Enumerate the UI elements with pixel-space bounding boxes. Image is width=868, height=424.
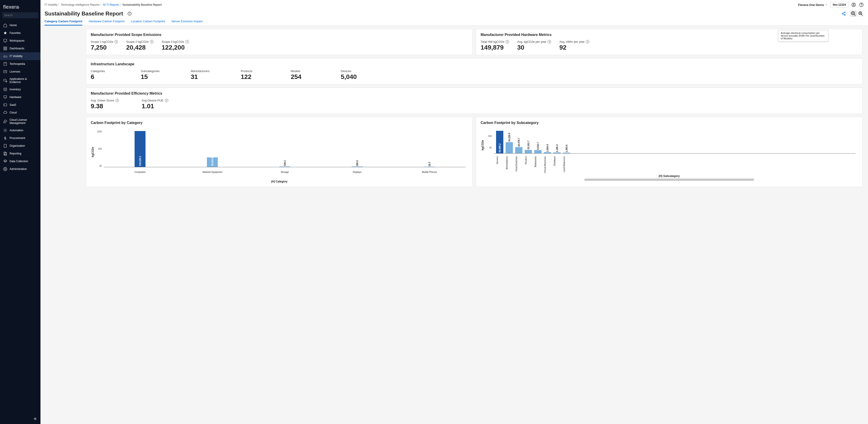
info-icon[interactable]: i xyxy=(116,99,119,102)
home-icon xyxy=(3,23,7,27)
metric-label: Avg. Green Score xyxy=(91,99,114,102)
chart-bar[interactable]: 1,363.6 xyxy=(563,153,570,153)
x-label: Notebooks xyxy=(534,156,541,167)
info-icon[interactable]: i xyxy=(586,40,589,43)
zoom-in-icon xyxy=(858,11,864,17)
chart-bar[interactable]: 34,226.0 xyxy=(506,142,513,153)
nav-data-collection[interactable]: Data Collection xyxy=(0,157,40,165)
user-menu[interactable] xyxy=(851,2,856,7)
nav-licenses[interactable]: Licenses xyxy=(0,68,40,75)
card-infrastructure: Infrastructure Landscape Categories6 Sub… xyxy=(86,58,863,84)
dashboard-icon xyxy=(3,47,7,51)
nav-technopedia[interactable]: Technopedia xyxy=(0,60,40,68)
header: IT Visibility/ Technology Intelligence R… xyxy=(40,0,868,26)
info-icon[interactable]: i xyxy=(150,40,153,43)
search-input[interactable] xyxy=(4,13,38,17)
bar-value-label: 2,604.0 xyxy=(546,144,549,152)
bar-value-label: 18,478.7 xyxy=(518,138,520,147)
svg-rect-18 xyxy=(4,88,7,91)
metric-value: 6 xyxy=(91,73,118,81)
nav-home[interactable]: Home xyxy=(0,21,40,29)
share-button[interactable] xyxy=(841,11,846,16)
svg-rect-31 xyxy=(4,152,6,155)
search-box[interactable] xyxy=(2,12,38,18)
info-icon[interactable]: i xyxy=(115,40,118,43)
crumb-current: Sustainability Baseline Report xyxy=(123,3,162,6)
y-tick: 50K xyxy=(485,135,492,138)
crumb-seg[interactable]: Technology Intelligence Reports xyxy=(61,3,99,6)
info-icon[interactable]: i xyxy=(506,40,509,43)
crumb-link[interactable]: All TI Reports xyxy=(103,3,119,6)
chart-bar[interactable]: 2,185.3 xyxy=(553,152,561,153)
chart-bar[interactable]: 10,161.7 xyxy=(525,150,532,153)
tabs: Category Carbon Footprint Hardware Carbo… xyxy=(40,18,868,26)
chart-bar[interactable]: 9,515.7 xyxy=(534,150,541,153)
nav-administration[interactable]: Administration xyxy=(0,165,40,173)
info-icon[interactable]: i xyxy=(186,40,189,43)
tooltip: Average electrical consumption per devic… xyxy=(778,30,828,41)
nav-organization[interactable]: Organization xyxy=(0,142,40,150)
bar-value-label: 2,185.3 xyxy=(556,145,558,152)
zoom-in-button[interactable] xyxy=(858,10,864,17)
x-label: Load Balancers xyxy=(563,156,570,172)
crumb-seg[interactable]: IT Visibility xyxy=(44,3,58,6)
chevron-left-icon xyxy=(34,417,38,421)
tab-location[interactable]: Location Carbon Footprint xyxy=(131,20,165,26)
collapse-sidebar[interactable] xyxy=(0,415,40,424)
chart-bar[interactable]: 18,478.7 xyxy=(515,147,522,153)
x-label: Computers xyxy=(104,171,176,174)
y-tick: 100K xyxy=(95,130,102,133)
zoom-out-icon xyxy=(850,11,857,17)
bar-value-label: 18.3 xyxy=(428,162,431,166)
nav-favorites[interactable]: Favorites xyxy=(0,29,40,37)
card-title: Manufacturer Provided Efficiency Metrics xyxy=(91,91,858,95)
nav-hardware[interactable]: Hardware xyxy=(0,93,40,101)
nav-automation[interactable]: Automation xyxy=(0,126,40,134)
metric-value: 122,200 xyxy=(162,44,189,51)
tab-category[interactable]: Category Carbon Footprint xyxy=(44,20,82,26)
chart-bar[interactable]: 30,934.8 xyxy=(207,157,218,167)
reporting-icon xyxy=(3,151,7,156)
nav-cloud-license[interactable]: Cloud License Management xyxy=(0,117,40,126)
tab-server[interactable]: Server Emission Impact xyxy=(172,20,203,26)
org-selector[interactable]: Flexera One Demo xyxy=(798,3,828,7)
chart-scrollbar[interactable] xyxy=(584,179,754,181)
info-icon[interactable]: i xyxy=(165,99,168,102)
nav-applications[interactable]: Applications & Evidence xyxy=(0,75,40,86)
x-label: Displays xyxy=(321,171,393,174)
org-icon xyxy=(3,144,7,148)
bar-value-label: 30,934.8 xyxy=(211,157,214,166)
card-scope-emissions: Manufacturer Provided Scope Emissions Sc… xyxy=(86,29,473,55)
chart-bar[interactable]: 69,689.2 xyxy=(496,131,503,153)
info-icon[interactable]: i xyxy=(548,40,551,43)
zoom-out-button[interactable] xyxy=(850,10,857,17)
nav-saas[interactable]: SaaS xyxy=(0,101,40,109)
nav-inventory[interactable]: Inventory xyxy=(0,86,40,93)
nav-cloud[interactable]: Cloud xyxy=(0,109,40,117)
nav-dashboards[interactable]: Dashboards xyxy=(0,44,40,52)
tab-hardware[interactable]: Hardware Carbon Footprint xyxy=(89,20,125,26)
metric-value: 1.01 xyxy=(142,102,169,110)
svg-rect-25 xyxy=(4,122,5,123)
help-button[interactable] xyxy=(859,2,864,7)
org-id-badge[interactable]: flex-12324 xyxy=(830,2,848,8)
metric-label: Categories xyxy=(91,69,118,73)
svg-rect-21 xyxy=(4,96,7,98)
cloud-license-icon xyxy=(3,119,7,123)
nav-reporting[interactable]: Reporting xyxy=(0,150,40,157)
user-icon xyxy=(851,2,856,7)
metric-value: 20,428 xyxy=(126,44,153,51)
chart-bar[interactable]: 118,220.2 xyxy=(134,131,146,167)
nav-it-visibility[interactable]: IT Visibility xyxy=(0,52,40,60)
svg-point-26 xyxy=(5,130,6,131)
title-info-button[interactable] xyxy=(127,11,132,16)
chart-bar[interactable]: 2,604.0 xyxy=(544,152,551,153)
chart-bar[interactable]: 266.0 xyxy=(352,166,363,167)
metric-value: 5,040 xyxy=(341,73,368,81)
nav-workspaces[interactable]: Workspaces xyxy=(0,37,40,44)
chart-bar[interactable]: 439.2 xyxy=(279,166,290,167)
svg-rect-32 xyxy=(4,153,7,155)
nav-procurement[interactable]: Procurement xyxy=(0,134,40,142)
bar-value-label: 69,689.2 xyxy=(499,144,501,152)
saas-icon xyxy=(3,103,7,107)
